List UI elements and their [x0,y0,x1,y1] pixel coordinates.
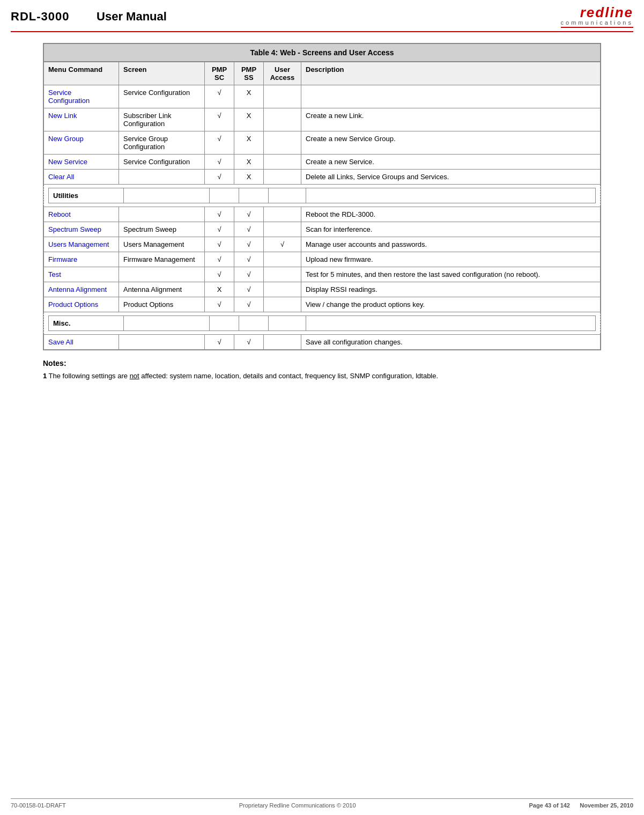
cell-menu: Antenna Alignment [44,282,119,297]
cell-description [301,85,601,108]
cell-menu: Reboot [44,207,119,222]
table-row: Save All√√Save all configuration changes… [44,335,601,350]
section-label: Utilities [49,188,124,203]
cell-description: View / change the product options key. [301,297,601,312]
section-label: Misc. [49,316,124,331]
cell-useraccess [264,267,301,282]
cell-pmpss: X [234,155,264,170]
cell-menu: Users Management [44,237,119,252]
cell-pmpsc: √ [205,108,234,131]
cell-useraccess [264,282,301,297]
cell-menu: New Group [44,131,119,155]
cell-pmpsc: √ [205,252,234,267]
footer-date: November 25, 2010 [580,802,633,809]
cell-pmpsc: √ [205,131,234,155]
cell-screen [119,335,205,350]
col-header-pmpsc: PMPSC [205,62,234,85]
table-row: Misc. [44,312,601,335]
cell-pmpss: X [234,170,264,185]
col-header-pmpss: PMPSS [234,62,264,85]
cell-pmpss: √ [234,267,264,282]
cell-pmpsc: √ [205,222,234,237]
cell-pmpss: √ [234,207,264,222]
cell-menu: Service Configuration [44,85,119,108]
cell-description: Manage user accounts and passwords. [301,237,601,252]
cell-description: Scan for interference. [301,222,601,237]
document-model: RDL-3000 [11,10,69,23]
logo-red-text: redline [580,4,633,20]
content-area: Table 4: Web - Screens and User Access M… [11,38,633,388]
cell-pmpsc: √ [205,155,234,170]
cell-screen: Service Group Configuration [119,131,205,155]
cell-pmpss: √ [234,335,264,350]
table-row: Spectrum SweepSpectrum Sweep√√Scan for i… [44,222,601,237]
footer-page-text: Page [529,802,543,809]
cell-menu: Clear All [44,170,119,185]
cell-screen: Subscriber Link Configuration [119,108,205,131]
col-header-useraccess: UserAccess [264,62,301,85]
footer-left: 70-00158-01-DRAFT [11,802,66,809]
table-row: New ServiceService Configuration√XCreate… [44,155,601,170]
note-text-before: The following settings are [47,372,129,380]
cell-description: Delete all Links, Service Groups and Ser… [301,170,601,185]
note-text-after: affected: system name, location, details… [139,372,438,380]
cell-description: Save all configuration changes. [301,335,601,350]
cell-useraccess [264,108,301,131]
table-row: Users ManagementUsers Management√√√Manag… [44,237,601,252]
col-header-screen: Screen [119,62,205,85]
cell-screen: Antenna Alignment [119,282,205,297]
main-table-container: Table 4: Web - Screens and User Access M… [43,43,601,350]
cell-pmpsc: √ [205,335,234,350]
cell-pmpss: √ [234,222,264,237]
cell-pmpsc: √ [205,237,234,252]
table-row: Reboot√√Reboot the RDL-3000. [44,207,601,222]
table-row: Utilities [44,185,601,207]
cell-useraccess: √ [264,237,301,252]
col-header-description: Description [301,62,601,85]
cell-pmpss: X [234,108,264,131]
cell-pmpss: √ [234,297,264,312]
cell-useraccess [264,297,301,312]
cell-menu: Test [44,267,119,282]
page-wrapper: RDL-3000 User Manual redline communicati… [0,0,644,815]
table-header-row: Menu Command Screen PMPSC PMPSS UserAcce… [44,62,601,85]
cell-description: Create a new Service Group. [301,131,601,155]
cell-useraccess [264,252,301,267]
logo: redline communications [561,5,633,28]
cell-screen [119,207,205,222]
footer-page-bold: 43 [545,802,551,809]
col-header-menu: Menu Command [44,62,119,85]
footer-center: Proprietary Redline Communications © 201… [239,802,356,809]
page-footer: 70-00158-01-DRAFT Proprietary Redline Co… [11,798,633,809]
logo-line [561,27,633,28]
cell-useraccess [264,85,301,108]
access-table: Menu Command Screen PMPSC PMPSS UserAcce… [43,62,601,350]
cell-pmpss: √ [234,237,264,252]
notes-title: Notes: [43,359,601,368]
cell-pmpsc: √ [205,85,234,108]
cell-description: Upload new firmware. [301,252,601,267]
cell-menu: Spectrum Sweep [44,222,119,237]
cell-description: Display RSSI readings. [301,282,601,297]
cell-pmpsc: √ [205,297,234,312]
table-row: New GroupService Group Configuration√XCr… [44,131,601,155]
cell-useraccess [264,170,301,185]
table-row: Antenna AlignmentAntenna AlignmentX√Disp… [44,282,601,297]
cell-useraccess [264,131,301,155]
cell-pmpsc: √ [205,207,234,222]
document-type: User Manual [97,10,167,23]
cell-screen: Spectrum Sweep [119,222,205,237]
cell-screen: Service Configuration [119,85,205,108]
cell-menu: New Link [44,108,119,131]
header-left: RDL-3000 User Manual [11,10,167,24]
cell-pmpss: √ [234,282,264,297]
cell-pmpsc: X [205,282,234,297]
cell-menu: Save All [44,335,119,350]
cell-menu: Firmware [44,252,119,267]
cell-pmpsc: √ [205,267,234,282]
table-row: Product OptionsProduct Options√√View / c… [44,297,601,312]
cell-screen: Product Options [119,297,205,312]
footer-page-of: of 142 [553,802,570,809]
cell-menu: New Service [44,155,119,170]
cell-pmpsc: √ [205,170,234,185]
